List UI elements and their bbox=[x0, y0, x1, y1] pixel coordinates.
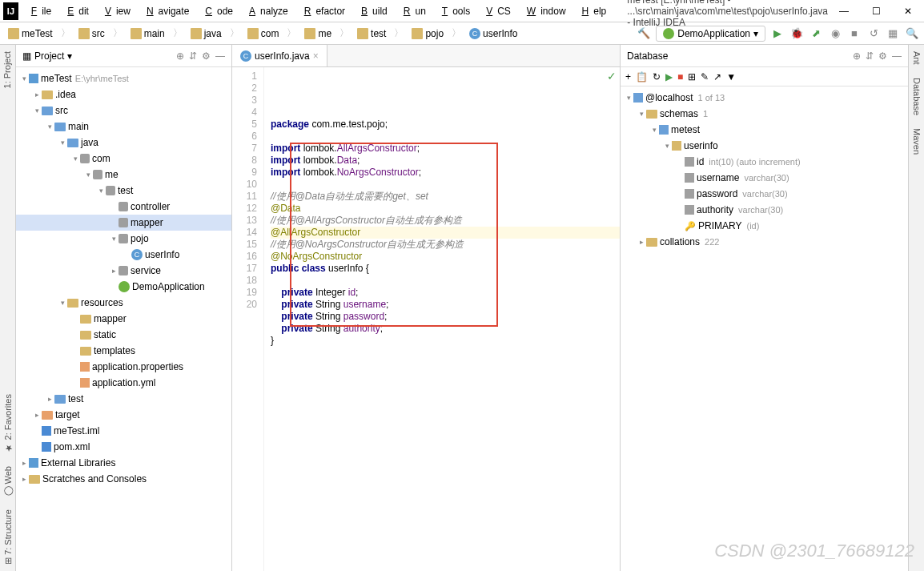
breadcrumb-item[interactable]: C userInfo bbox=[466, 26, 520, 41]
stop-icon[interactable]: ■ bbox=[677, 71, 683, 82]
db-tree-node[interactable]: 🔑PRIMARY(id) bbox=[621, 218, 908, 234]
menu-code[interactable]: Code bbox=[195, 2, 238, 20]
menu-help[interactable]: Help bbox=[572, 2, 612, 20]
tree-node[interactable]: ▸.idea bbox=[16, 86, 231, 103]
update-button[interactable]: ↺ bbox=[866, 26, 881, 41]
edit-icon[interactable]: ✎ bbox=[701, 71, 709, 82]
tree-node[interactable]: ▸Scratches and Consoles bbox=[16, 471, 231, 487]
tree-node[interactable]: DemoApplication bbox=[16, 279, 231, 295]
db-tree-node[interactable]: ▾schemas1 bbox=[621, 106, 908, 122]
editor-body[interactable]: 1234567891011121314151617181920 ✓ packag… bbox=[232, 67, 620, 571]
tree-node[interactable]: controller bbox=[16, 199, 231, 215]
profile-button[interactable]: ◉ bbox=[828, 26, 842, 41]
tree-node[interactable]: ▾src bbox=[16, 103, 231, 119]
diagram-icon[interactable]: ⊞ bbox=[688, 71, 696, 82]
breadcrumb-item[interactable]: test bbox=[354, 26, 389, 41]
search-everywhere-icon[interactable]: 🔍 bbox=[905, 26, 919, 41]
close-button[interactable]: ✕ bbox=[892, 0, 924, 22]
db-tree-node[interactable]: usernamevarchar(30) bbox=[621, 170, 908, 186]
close-tab-icon[interactable]: × bbox=[313, 50, 319, 62]
build-icon[interactable]: 🔨 bbox=[637, 26, 651, 41]
menu-tools[interactable]: Tools bbox=[432, 2, 475, 20]
hide-icon[interactable]: — bbox=[892, 50, 902, 62]
tree-node[interactable]: static bbox=[16, 327, 231, 343]
tree-node[interactable]: ▾resources bbox=[16, 295, 231, 311]
copy-icon[interactable]: 📋 bbox=[636, 71, 648, 82]
db-tree-node[interactable]: ▾@localhost1 of 13 bbox=[621, 90, 908, 106]
breadcrumb-item[interactable]: meTest bbox=[5, 26, 56, 41]
scroll-from-source-icon[interactable]: ⊕ bbox=[176, 50, 184, 62]
refresh-icon[interactable]: ⊕ bbox=[853, 50, 861, 62]
menu-view[interactable]: View bbox=[95, 2, 135, 20]
breadcrumb-item[interactable]: src bbox=[75, 26, 108, 41]
breadcrumb-item[interactable]: pojo bbox=[408, 26, 447, 41]
db-tree-node[interactable]: ▸collations222 bbox=[621, 234, 908, 250]
tree-node[interactable]: ▾java bbox=[16, 135, 231, 151]
structure-button[interactable]: ▦ bbox=[886, 26, 900, 41]
minimize-button[interactable]: — bbox=[828, 0, 860, 22]
tree-node[interactable]: ▾pojo bbox=[16, 231, 231, 247]
tree-node[interactable]: ▸test bbox=[16, 391, 231, 407]
chevron-down-icon[interactable]: ▾ bbox=[67, 50, 72, 62]
menu-navigate[interactable]: Navigate bbox=[137, 2, 194, 20]
right-tab-maven[interactable]: Maven bbox=[910, 122, 924, 161]
db-tree-node[interactable]: ▾userinfo bbox=[621, 138, 908, 154]
tree-node[interactable]: meTest.iml bbox=[16, 423, 231, 439]
collapse-icon[interactable]: ⇵ bbox=[189, 50, 197, 62]
db-tree-node[interactable]: authorityvarchar(30) bbox=[621, 202, 908, 218]
tree-node[interactable]: ▸External Libraries bbox=[16, 455, 231, 471]
breadcrumb-item[interactable]: main bbox=[127, 26, 168, 41]
right-tab-database[interactable]: Database bbox=[910, 71, 924, 122]
tree-node[interactable]: CuserInfo bbox=[16, 247, 231, 263]
project-tab[interactable]: 1: Project bbox=[0, 45, 15, 94]
menu-build[interactable]: Build bbox=[352, 2, 392, 20]
filter-icon[interactable]: ▼ bbox=[726, 71, 736, 82]
breadcrumb-item[interactable]: java bbox=[187, 26, 225, 41]
tree-node[interactable]: ▸service bbox=[16, 263, 231, 279]
menu-analyze[interactable]: Analyze bbox=[239, 2, 293, 20]
tree-node[interactable]: mapper bbox=[16, 311, 231, 327]
right-tab-ant[interactable]: Ant bbox=[910, 45, 924, 71]
menu-run[interactable]: Run bbox=[394, 2, 431, 20]
code-area[interactable]: ✓ package com.me.test.pojo; import lombo… bbox=[264, 67, 620, 571]
coverage-button[interactable]: ⬈ bbox=[809, 26, 823, 41]
menu-refactor[interactable]: Refactor bbox=[295, 2, 350, 20]
menu-file[interactable]: File bbox=[22, 2, 56, 20]
tree-node[interactable]: application.yml bbox=[16, 375, 231, 391]
run-configuration[interactable]: DemoApplication ▾ bbox=[656, 26, 765, 42]
web-tab[interactable]: ◯ Web bbox=[0, 460, 15, 503]
settings-icon[interactable]: ⚙ bbox=[878, 50, 887, 62]
tree-node[interactable]: ▾main bbox=[16, 119, 231, 135]
menu-edit[interactable]: Edit bbox=[58, 2, 94, 20]
menu-vcs[interactable]: VCS bbox=[476, 2, 516, 20]
tree-node[interactable]: ▾test bbox=[16, 183, 231, 199]
run-icon[interactable]: ▶ bbox=[665, 71, 673, 82]
tree-node[interactable]: ▸target bbox=[16, 407, 231, 423]
tree-node[interactable]: ▾me bbox=[16, 167, 231, 183]
db-tree-node[interactable]: passwordvarchar(30) bbox=[621, 186, 908, 202]
menu-window[interactable]: Window bbox=[517, 2, 571, 20]
stop-button[interactable]: ■ bbox=[847, 26, 862, 41]
tree-node[interactable]: templates bbox=[16, 343, 231, 359]
structure-tab[interactable]: ⊞ 7: Structure bbox=[0, 503, 15, 571]
sync-icon[interactable]: ↻ bbox=[653, 71, 661, 82]
breadcrumb-item[interactable]: com bbox=[244, 26, 283, 41]
tree-node[interactable]: application.properties bbox=[16, 359, 231, 375]
db-tree-node[interactable]: ▾metest bbox=[621, 122, 908, 138]
debug-button[interactable]: 🐞 bbox=[789, 26, 804, 41]
hide-icon[interactable]: — bbox=[215, 50, 225, 62]
breadcrumb-item[interactable]: me bbox=[301, 26, 335, 41]
editor-tab[interactable]: C userInfo.java × bbox=[232, 45, 327, 66]
settings-icon[interactable]: ⚙ bbox=[202, 50, 211, 62]
tree-node[interactable]: mapper bbox=[16, 215, 231, 231]
tree-node[interactable]: ▾meTestE:\yhr\meTest bbox=[16, 70, 231, 86]
run-button[interactable]: ▶ bbox=[770, 26, 785, 41]
db-tree-node[interactable]: idint(10) (auto increment) bbox=[621, 154, 908, 170]
tree-node[interactable]: ▾com bbox=[16, 151, 231, 167]
tree-node[interactable]: pom.xml bbox=[16, 439, 231, 455]
jump-icon[interactable]: ↗ bbox=[713, 71, 721, 82]
add-icon[interactable]: + bbox=[625, 71, 631, 82]
favorites-tab[interactable]: ★ 2: Favorites bbox=[0, 388, 15, 460]
collapse-icon[interactable]: ⇵ bbox=[866, 50, 874, 62]
maximize-button[interactable]: ☐ bbox=[860, 0, 892, 22]
